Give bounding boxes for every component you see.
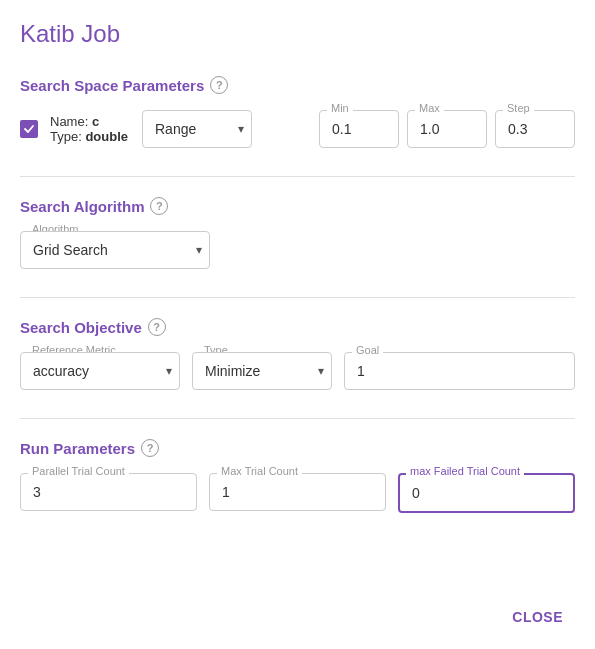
ref-metric-field: Reference Metric accuracy loss ▾: [20, 352, 180, 390]
step-input[interactable]: [495, 110, 575, 148]
min-label: Min: [327, 102, 353, 114]
step-label: Step: [503, 102, 534, 114]
divider-3: [20, 418, 575, 419]
page-title: Katib Job: [20, 20, 575, 48]
goal-field: Goal: [344, 352, 575, 390]
search-space-help-icon[interactable]: ?: [210, 76, 228, 94]
max-trial-field: Max Trial Count: [209, 473, 386, 513]
search-objective-title: Search Objective ?: [20, 318, 575, 336]
search-algorithm-section: Search Algorithm ? Algorithm Grid Search…: [20, 197, 575, 269]
param-checkbox[interactable]: [20, 120, 38, 138]
search-algorithm-help-icon[interactable]: ?: [150, 197, 168, 215]
step-field: Step: [495, 110, 575, 148]
algorithm-select[interactable]: Grid Search Random Search Bayesian Optim…: [20, 231, 210, 269]
search-space-title: Search Space Parameters ?: [20, 76, 575, 94]
max-trial-label: Max Trial Count: [217, 465, 302, 477]
divider-2: [20, 297, 575, 298]
search-objective-help-icon[interactable]: ?: [148, 318, 166, 336]
algorithm-select-wrapper: Grid Search Random Search Bayesian Optim…: [20, 231, 210, 269]
param-type-label: Type: double: [50, 129, 130, 144]
ref-metric-select[interactable]: accuracy loss: [20, 352, 180, 390]
range-select[interactable]: Range List: [142, 110, 252, 148]
parallel-trial-input[interactable]: [20, 473, 197, 511]
type-select-wrapper: Minimize Maximize ▾: [192, 352, 332, 390]
goal-input[interactable]: [344, 352, 575, 390]
run-params-row: Parallel Trial Count Max Trial Count max…: [20, 473, 575, 513]
range-select-wrapper: Range List ▾: [142, 110, 252, 148]
search-objective-section: Search Objective ? Reference Metric accu…: [20, 318, 575, 390]
param-name-label: Name: c: [50, 114, 130, 129]
search-space-section: Search Space Parameters ? Name: c Type: …: [20, 76, 575, 148]
max-failed-field: max Failed Trial Count: [398, 473, 575, 513]
field-group: Min Max Step: [264, 110, 575, 148]
max-input[interactable]: [407, 110, 487, 148]
max-label: Max: [415, 102, 444, 114]
close-button[interactable]: CLOSE: [500, 601, 575, 633]
run-parameters-section: Run Parameters ? Parallel Trial Count Ma…: [20, 439, 575, 513]
type-select[interactable]: Minimize Maximize: [192, 352, 332, 390]
ref-metric-select-wrapper: accuracy loss ▾: [20, 352, 180, 390]
algorithm-field: Algorithm Grid Search Random Search Baye…: [20, 231, 210, 269]
min-field: Min: [319, 110, 399, 148]
divider-1: [20, 176, 575, 177]
goal-label: Goal: [352, 344, 383, 356]
parallel-trial-field: Parallel Trial Count: [20, 473, 197, 513]
max-trial-input[interactable]: [209, 473, 386, 511]
objective-row: Reference Metric accuracy loss ▾ Type Mi…: [20, 352, 575, 390]
max-failed-input[interactable]: [398, 473, 575, 513]
param-row: Name: c Type: double Range List ▾ Min: [20, 110, 575, 148]
param-info: Name: c Type: double: [50, 114, 130, 144]
run-parameters-title: Run Parameters ?: [20, 439, 575, 457]
parallel-trial-label: Parallel Trial Count: [28, 465, 129, 477]
search-algorithm-title: Search Algorithm ?: [20, 197, 575, 215]
run-parameters-help-icon[interactable]: ?: [141, 439, 159, 457]
min-input[interactable]: [319, 110, 399, 148]
max-failed-label: max Failed Trial Count: [406, 465, 524, 477]
max-field: Max: [407, 110, 487, 148]
footer: CLOSE: [480, 585, 595, 649]
type-field: Type Minimize Maximize ▾: [192, 352, 332, 390]
